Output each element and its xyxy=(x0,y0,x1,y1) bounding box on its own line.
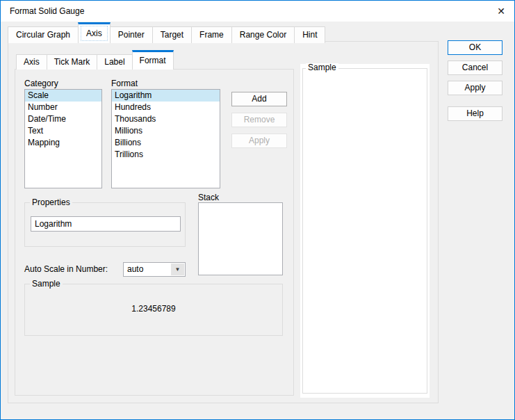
help-button[interactable]: Help xyxy=(448,106,502,121)
sample-value: 1.23456789 xyxy=(25,304,282,314)
properties-input[interactable]: Logarithm xyxy=(31,216,181,232)
category-label: Category xyxy=(24,79,58,88)
sub-tab-strip: AxisTick MarkLabelFormat xyxy=(16,50,173,70)
main-tab-axis[interactable]: Axis xyxy=(78,22,111,43)
stack-listbox[interactable] xyxy=(198,202,283,275)
auto-scale-combobox[interactable]: auto ▼ xyxy=(123,262,186,277)
category-item-number[interactable]: Number xyxy=(25,102,101,113)
main-tab-target[interactable]: Target xyxy=(152,26,192,43)
apply-format-button[interactable]: Apply xyxy=(231,134,287,148)
sub-tab-axis[interactable]: Axis xyxy=(16,54,47,70)
format-listbox[interactable]: LogarithmHundredsThousandsMillionsBillio… xyxy=(111,89,220,188)
format-item-trillions[interactable]: Trillions xyxy=(112,149,220,161)
add-button[interactable]: Add xyxy=(231,92,287,106)
format-item-millions[interactable]: Millions xyxy=(112,125,220,137)
main-tab-frame[interactable]: Frame xyxy=(191,26,232,43)
main-tab-hint[interactable]: Hint xyxy=(294,26,325,43)
format-item-logarithm[interactable]: Logarithm xyxy=(112,90,220,102)
category-item-mapping[interactable]: Mapping xyxy=(25,137,101,149)
sample-groupbox: Sample 1.23456789 xyxy=(24,284,283,336)
cancel-button[interactable]: Cancel xyxy=(448,60,502,75)
auto-scale-label: Auto Scale in Number: xyxy=(24,264,108,274)
format-solid-gauge-dialog: Format Solid Gauge ✕ Circular GraphAxisP… xyxy=(0,0,515,420)
sub-tab-format[interactable]: Format xyxy=(132,50,174,70)
properties-legend: Properties xyxy=(30,198,72,207)
title-bar: Format Solid Gauge ✕ xyxy=(1,1,514,22)
sub-tab-label[interactable]: Label xyxy=(97,54,132,70)
close-icon[interactable]: ✕ xyxy=(493,4,509,18)
ok-button[interactable]: OK xyxy=(448,40,502,55)
chevron-down-icon[interactable]: ▼ xyxy=(171,264,184,275)
properties-groupbox: Properties Logarithm xyxy=(24,202,186,247)
category-item-scale[interactable]: Scale xyxy=(25,90,101,102)
apply-button[interactable]: Apply xyxy=(448,81,502,95)
main-tab-range-color[interactable]: Range Color xyxy=(231,26,295,43)
format-sub-tab-page: Category Format ScaleNumberDate/TimeText… xyxy=(15,69,294,396)
sample-preview-legend: Sample xyxy=(306,63,338,72)
main-tab-circular-graph[interactable]: Circular Graph xyxy=(8,26,79,43)
remove-button[interactable]: Remove xyxy=(231,113,287,127)
category-listbox[interactable]: ScaleNumberDate/TimeTextMapping xyxy=(24,89,102,188)
format-label: Format xyxy=(111,79,138,88)
stack-label: Stack xyxy=(198,193,219,202)
sample-legend: Sample xyxy=(30,280,63,289)
sample-preview-border xyxy=(302,68,427,394)
format-item-hundreds[interactable]: Hundreds xyxy=(112,102,220,113)
format-item-thousands[interactable]: Thousands xyxy=(112,113,220,125)
window-title: Format Solid Gauge xyxy=(10,6,84,16)
category-item-text[interactable]: Text xyxy=(25,125,101,137)
category-item-date-time[interactable]: Date/Time xyxy=(25,113,101,125)
auto-scale-value: auto xyxy=(127,264,143,274)
sample-preview-panel: Sample xyxy=(300,64,430,398)
tab-focus-rect xyxy=(81,26,108,41)
format-item-billions[interactable]: Billions xyxy=(112,137,220,149)
main-tab-pointer[interactable]: Pointer xyxy=(110,26,153,43)
sub-tab-tick-mark[interactable]: Tick Mark xyxy=(47,54,98,70)
main-tab-strip: Circular GraphAxisPointerTargetFrameRang… xyxy=(8,22,325,43)
